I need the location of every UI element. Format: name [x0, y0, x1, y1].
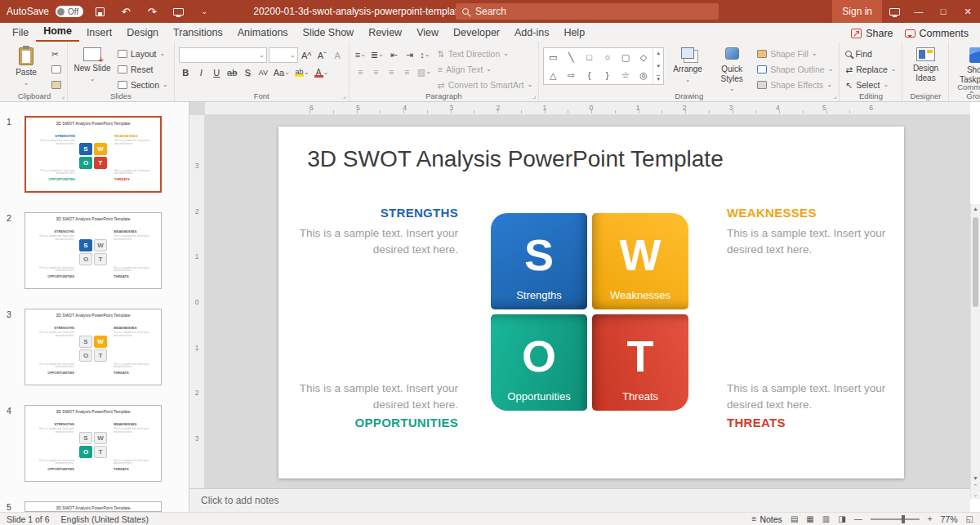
heading-threats[interactable]: THREATS — [727, 416, 890, 429]
italic-button[interactable]: I — [194, 65, 208, 80]
font-name-input[interactable] — [181, 50, 259, 61]
decrease-indent-button[interactable]: ⇤ — [387, 47, 401, 62]
sample-text-weaknesses[interactable]: This is a sample text. Insert your desir… — [727, 225, 887, 257]
search-input[interactable] — [474, 5, 712, 18]
zoom-slider[interactable] — [871, 518, 920, 520]
scrollbar-thumb[interactable] — [973, 217, 978, 307]
decrease-font-size-button[interactable]: Aˇ — [315, 48, 329, 63]
next-slide-button[interactable]: ⌄ — [973, 492, 978, 497]
present-button[interactable] — [168, 2, 188, 20]
slide-thumbnail-2[interactable]: 3D SWOT Analysis PowerPoint Template STR… — [24, 212, 162, 289]
sample-text-strengths[interactable]: This is a sample text. Insert your desir… — [298, 225, 458, 257]
save-button[interactable] — [90, 2, 109, 20]
scroll-down-icon[interactable]: ▼ — [973, 475, 978, 481]
align-left-button[interactable]: ≡ — [354, 65, 368, 79]
bullets-button[interactable]: ≡⌄ — [354, 47, 368, 62]
paragraph-dialog-launcher[interactable]: ⌟ — [532, 92, 536, 100]
shape-gallery[interactable]: ▭╲□○▢◇△⇨{}☆◎ ▴ ▾ ▾ — [543, 47, 664, 85]
minimize-button[interactable]: — — [906, 0, 931, 23]
slide-editing-surface[interactable]: 3D SWOT Analysis PowerPoint Template STR… — [278, 127, 904, 478]
comments-button[interactable]: Comments — [905, 28, 969, 39]
zoom-in-button[interactable]: + — [928, 514, 933, 523]
clipboard-dialog-launcher[interactable]: ⌟ — [61, 92, 65, 100]
zoom-level[interactable]: 77% — [941, 514, 958, 524]
scroll-up-icon[interactable]: ▲ — [971, 206, 980, 211]
slide-thumbnail-5[interactable]: 3D SWOT Analysis PowerPoint Template — [24, 501, 162, 512]
sample-text-opportunities[interactable]: This is a sample text. Insert your desir… — [298, 380, 458, 412]
collapse-ribbon-button[interactable]: ⌃ — [969, 90, 975, 99]
share-button[interactable]: ↗ Share — [851, 28, 893, 39]
convert-smartart-button[interactable]: ⇄Convert to SmartArt⌄ — [436, 78, 534, 91]
fit-to-window-button[interactable]: ◱ — [966, 514, 973, 523]
tab-home[interactable]: Home — [36, 23, 79, 42]
font-size-input[interactable] — [271, 50, 290, 61]
line-spacing-button[interactable]: ↕⌄ — [418, 47, 432, 62]
view-slide-sorter-button[interactable]: ▦ — [806, 514, 813, 523]
zoom-out-button[interactable]: — — [854, 514, 862, 523]
slide-thumbnail-1[interactable]: 3D SWOT Analysis PowerPoint Template STR… — [24, 116, 162, 193]
tab-view[interactable]: View — [409, 24, 446, 42]
drawing-dialog-launcher[interactable]: ⌟ — [834, 92, 837, 100]
shape-effects-button[interactable]: Shape Effects⌄ — [755, 78, 835, 91]
customize-qat-chevron[interactable]: ⌄ — [194, 2, 214, 20]
autosave-toggle[interactable]: Off — [56, 6, 83, 17]
align-center-button[interactable]: ≡ — [369, 65, 383, 79]
shape-outline-button[interactable]: Shape Outline⌄ — [755, 62, 835, 76]
horizontal-ruler[interactable]: 6543210123456 — [205, 102, 970, 115]
swot-tile-threats[interactable]: T Threats — [592, 314, 688, 411]
layout-button[interactable]: Layout⌄ — [116, 47, 170, 60]
design-ideas-button[interactable]: Design Ideas — [906, 44, 944, 82]
font-size-combo[interactable]: ⌄ — [269, 47, 298, 63]
justify-button[interactable]: ≡ — [400, 65, 414, 79]
select-button[interactable]: ↖Select⌄ — [844, 78, 898, 91]
swot-tile-weaknesses[interactable]: W Weaknesses — [592, 213, 688, 309]
new-slide-button[interactable]: New Slide ⌄ — [72, 44, 113, 82]
tab-file[interactable]: File — [5, 24, 36, 42]
replace-button[interactable]: ⇄Replace⌄ — [844, 62, 898, 76]
slide-indicator[interactable]: Slide 1 of 6 — [7, 514, 50, 524]
zoom-slider-thumb[interactable] — [902, 515, 905, 523]
tab-insert[interactable]: Insert — [79, 24, 119, 42]
cut-button[interactable]: ✂ — [50, 47, 63, 60]
tab-add-ins[interactable]: Add-ins — [507, 24, 556, 42]
font-dialog-launcher[interactable]: ⌟ — [343, 92, 346, 100]
change-case-button[interactable]: Aa⌄ — [272, 65, 292, 80]
undo-button[interactable]: ↶ — [116, 2, 136, 20]
format-painter-button[interactable] — [50, 78, 63, 91]
strikethrough-button[interactable]: ab — [225, 65, 239, 80]
heading-opportunities[interactable]: OPPORTUNITIES — [311, 416, 458, 429]
maximize-button[interactable]: □ — [931, 0, 956, 23]
gallery-more-icon[interactable]: ▾ — [657, 75, 660, 82]
columns-button[interactable]: ▥⌄ — [416, 65, 433, 79]
tab-developer[interactable]: Developer — [446, 24, 507, 42]
tab-help[interactable]: Help — [556, 24, 592, 42]
align-text-button[interactable]: ≡Align Text⌄ — [436, 62, 534, 76]
sample-text-threats[interactable]: This is a sample text. Insert your desir… — [727, 380, 887, 412]
ribbon-display-options-button[interactable] — [882, 0, 906, 23]
character-spacing-button[interactable]: AV — [256, 65, 270, 80]
copy-button[interactable] — [50, 62, 63, 76]
tab-design[interactable]: Design — [119, 24, 166, 42]
swot-diagram[interactable]: S Strengths W Weaknesses O Opportunities — [491, 213, 688, 411]
font-color-button[interactable]: A⌄ — [313, 65, 331, 80]
redo-button[interactable]: ↷ — [142, 2, 162, 20]
find-button[interactable]: Find — [844, 47, 898, 60]
vertical-scrollbar[interactable]: ▲ ▼ ⌃ ⌄ — [970, 204, 980, 499]
slide-thumbnail-4[interactable]: 3D SWOT Analysis PowerPoint Template STR… — [24, 405, 162, 482]
align-right-button[interactable]: ≡ — [385, 65, 399, 79]
tab-slide-show[interactable]: Slide Show — [296, 24, 362, 42]
section-button[interactable]: Section⌄ — [116, 78, 170, 91]
notes-toggle-button[interactable]: ≡ Notes — [752, 514, 782, 524]
slide-thumbnail-3[interactable]: 3D SWOT Analysis PowerPoint Template STR… — [24, 309, 162, 385]
quick-styles-button[interactable]: Quick Styles ⌄ — [711, 44, 752, 92]
notes-pane[interactable]: Click to add notes — [189, 488, 970, 512]
vertical-ruler[interactable]: 3210123 — [189, 115, 205, 488]
tab-review[interactable]: Review — [361, 24, 409, 42]
text-direction-button[interactable]: ⇅Text Direction⌄ — [436, 47, 534, 60]
tab-animations[interactable]: Animations — [230, 24, 296, 42]
heading-strengths[interactable]: STRENGTHS — [311, 206, 458, 220]
gallery-up-icon[interactable]: ▴ — [657, 50, 660, 56]
gallery-down-icon[interactable]: ▾ — [657, 63, 660, 69]
close-button[interactable]: ✕ — [956, 0, 980, 23]
tab-transitions[interactable]: Transitions — [166, 24, 230, 42]
